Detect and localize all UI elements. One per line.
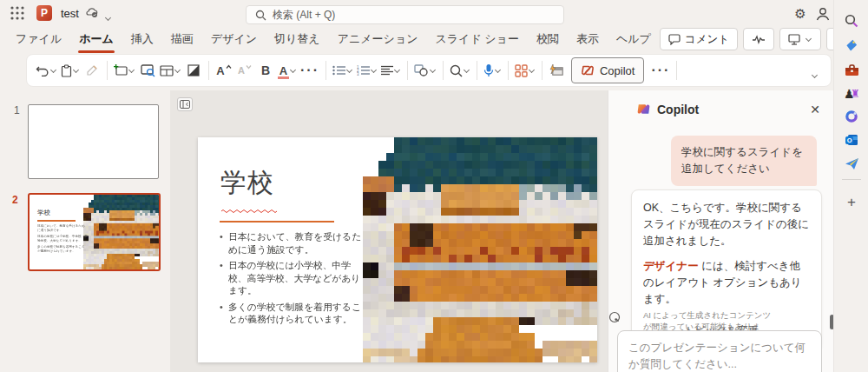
slide-photo-classroom[interactable] [363, 137, 597, 362]
copilot-logo-icon [581, 63, 595, 77]
slide-title-divider[interactable] [220, 221, 334, 223]
slide-2-thumbnail[interactable]: 学校 日本において、教育を受けるために通う施設です。 日本の学校には小学校、中学… [28, 193, 161, 271]
paste-button[interactable] [59, 58, 82, 83]
toolbar-separator [542, 61, 542, 80]
more-font-options-button[interactable]: ··· [299, 58, 321, 83]
tab-insert[interactable]: 挿入 [122, 26, 162, 52]
designer-chevron-icon[interactable] [529, 67, 536, 74]
paste-chevron-icon[interactable] [73, 67, 80, 74]
settings-gear-icon[interactable]: ⚙ [792, 5, 809, 23]
find-button[interactable] [448, 58, 472, 83]
account-person-icon[interactable] [814, 5, 832, 23]
layout-button[interactable] [158, 58, 183, 83]
slide-thumbnail-panel: 1 2 学校 日本において、教育を受けるために通う施設です。 日本の学校には小学… [0, 90, 170, 372]
thumbnail-bullets: 日本において、教育を受けるために通う施設です。 日本の学校には小学校、中学校、高… [37, 224, 88, 256]
tab-draw[interactable]: 描画 [162, 26, 202, 52]
align-text-chevron-icon[interactable] [394, 67, 401, 74]
bullet-list-chevron-icon[interactable] [346, 67, 353, 74]
rail-toolbox-icon[interactable] [843, 61, 860, 78]
rail-tag-icon[interactable] [843, 37, 860, 54]
undo-button[interactable] [34, 58, 59, 83]
toolbar-separator [508, 61, 509, 80]
svg-text:O: O [847, 136, 852, 144]
format-painter-button[interactable] [82, 58, 102, 83]
font-color-chevron-icon[interactable] [290, 67, 297, 74]
present-screen-icon [788, 34, 800, 45]
toolbar-separator [326, 61, 326, 80]
designer-link[interactable]: デザイナー [643, 260, 699, 272]
dictate-button[interactable] [482, 58, 503, 83]
slide-canvas-area: 学校 •日本において、教育を受けるために通う施設です。 •日本の学校には小学校、… [170, 90, 608, 372]
collapse-ribbon-chevron-icon[interactable] [811, 67, 819, 83]
find-chevron-icon[interactable] [464, 67, 470, 74]
shrink-font-button[interactable]: A [234, 58, 255, 83]
align-text-button[interactable] [379, 58, 403, 83]
tab-help[interactable]: ヘルプ [608, 26, 660, 52]
copilot-input[interactable]: このプレゼンテーションについて何か質問してください... [617, 330, 822, 372]
app-launcher-icon[interactable] [10, 6, 24, 20]
shape-fill-button[interactable] [183, 58, 204, 83]
designer-button[interactable] [513, 58, 537, 83]
bullet-list-button[interactable] [331, 58, 355, 83]
rail-divider [842, 179, 861, 180]
tab-design[interactable]: デザイン [202, 26, 266, 52]
rail-search-icon[interactable] [843, 12, 860, 30]
bold-button[interactable]: B [255, 58, 276, 83]
toolbar-separator [477, 61, 477, 80]
rail-loop-icon[interactable] [843, 108, 860, 125]
shapes-button[interactable] [412, 58, 438, 83]
catch-up-button[interactable] [743, 28, 774, 50]
slide-body-text[interactable]: •日本において、教育を受けるために通う施設です。 •日本の学校には小学校、中学校… [220, 230, 369, 329]
grow-font-button[interactable]: A [214, 58, 234, 83]
undo-chevron-icon[interactable] [50, 67, 57, 74]
more-commands-button[interactable]: ··· [649, 58, 672, 83]
layout-chevron-icon[interactable] [174, 67, 181, 74]
tab-animations[interactable]: アニメーション [329, 26, 427, 52]
top-bar: P test 検索 (Alt + Q) ⚙ [0, 0, 833, 26]
addins-rail: ♟♜ O + [833, 0, 868, 372]
tab-review[interactable]: 校閲 [528, 26, 568, 52]
tab-transitions[interactable]: 切り替え [266, 26, 329, 52]
dictate-chevron-icon[interactable] [495, 67, 502, 74]
font-color-button[interactable]: A [276, 58, 299, 83]
slide-editor[interactable]: 学校 •日本において、教育を受けるために通う施設です。 •日本の学校には小学校、… [198, 137, 597, 362]
slide-preview-button[interactable] [137, 58, 158, 83]
tab-home[interactable]: ホーム [70, 26, 122, 52]
present-button[interactable] [779, 28, 821, 50]
new-slide-chevron-icon[interactable] [128, 67, 135, 74]
powerpoint-logo-icon[interactable]: P [36, 5, 52, 21]
tab-view[interactable]: 表示 [568, 26, 608, 52]
ribbon-tab-row: ファイル ホーム 挿入 描画 デザイン 切り替え アニメーション スライド ショ… [0, 26, 833, 52]
search-icon [255, 10, 266, 21]
saved-to-cloud-icon [85, 6, 99, 18]
comments-button[interactable]: コメント [660, 28, 738, 50]
command-toolbar: A A B A ··· 123 [26, 54, 832, 87]
rail-outlook-icon[interactable]: O [843, 131, 860, 149]
tab-slideshow[interactable]: スライド ショー [426, 26, 527, 52]
document-title[interactable]: test [61, 7, 79, 20]
present-dropdown-chevron-icon[interactable] [806, 36, 812, 43]
numbered-list-chevron-icon[interactable] [371, 67, 378, 74]
close-icon[interactable]: ✕ [806, 101, 824, 118]
copilot-panel-title: Copilot [657, 103, 699, 116]
rail-add-apps-icon[interactable]: + [843, 194, 860, 211]
slide-title[interactable]: 学校 [220, 165, 274, 201]
title-dropdown-chevron-icon[interactable] [104, 10, 112, 25]
command-bar-band: A A B A ··· 123 [0, 50, 833, 90]
shapes-chevron-icon[interactable] [430, 67, 437, 74]
slide-1-thumbnail[interactable] [28, 104, 159, 179]
tab-file[interactable]: ファイル [7, 26, 70, 52]
numbered-list-button[interactable]: 123 [355, 58, 379, 83]
search-input[interactable]: 検索 (Alt + Q) [246, 5, 564, 24]
copilot-label: Copilot [600, 64, 635, 77]
svg-text:3: 3 [357, 72, 359, 76]
rail-send-plane-icon[interactable] [843, 155, 860, 172]
thumbnail-divider [37, 220, 76, 222]
new-slide-button[interactable] [112, 58, 137, 83]
thumbnail-slide-title: 学校 [37, 209, 50, 217]
quick-start-button[interactable] [547, 58, 568, 83]
copilot-toolbar-button[interactable]: Copilot [571, 57, 644, 83]
rail-chess-icon[interactable]: ♟♜ [843, 84, 860, 102]
spellcheck-squiggle [221, 209, 277, 213]
collapse-thumbnail-pane-button[interactable] [177, 97, 193, 111]
